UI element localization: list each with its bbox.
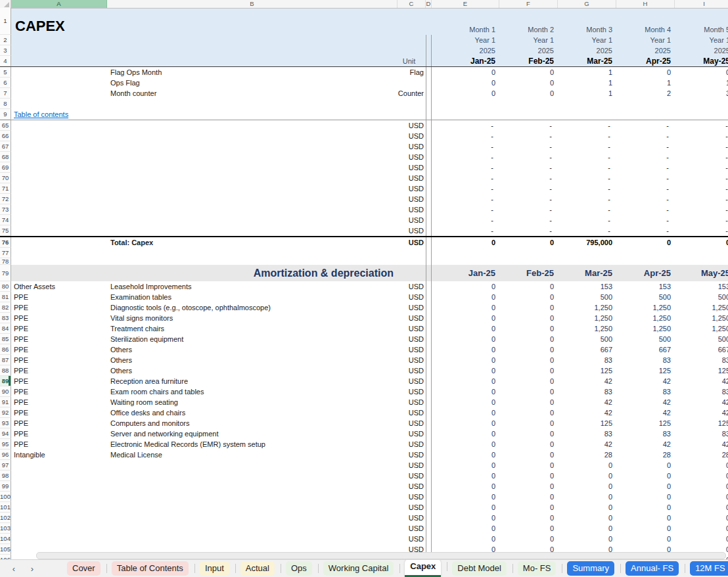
sheet-tab-actual[interactable]: Actual: [240, 561, 275, 576]
value-cell[interactable]: 0: [432, 302, 499, 313]
year-label[interactable]: Year 1: [558, 35, 616, 45]
value-cell[interactable]: 0: [499, 439, 558, 450]
section-date-label[interactable]: Jan-25: [432, 265, 499, 281]
label-cell[interactable]: Month counter: [107, 88, 398, 99]
category-cell[interactable]: [11, 471, 107, 481]
value-cell[interactable]: 0: [432, 78, 499, 88]
row-header-104[interactable]: 104: [0, 534, 11, 544]
value-cell[interactable]: 42: [558, 397, 616, 407]
label-cell[interactable]: Leasehold Improvements: [107, 281, 398, 292]
value-cell[interactable]: -: [675, 141, 728, 152]
value-cell[interactable]: 0: [558, 523, 616, 534]
column-header-c[interactable]: C: [398, 0, 426, 8]
category-cell[interactable]: PPE: [11, 292, 107, 302]
unit-cell[interactable]: USD: [398, 397, 426, 407]
cell[interactable]: [11, 237, 107, 248]
value-cell[interactable]: 500: [558, 334, 616, 344]
value-cell[interactable]: 83: [675, 355, 728, 365]
label-cell[interactable]: Computers and monitors: [107, 418, 398, 428]
row-header-92[interactable]: 92: [0, 407, 11, 418]
value-cell[interactable]: 1,250: [558, 302, 616, 313]
label-cell[interactable]: [107, 162, 398, 173]
value-cell[interactable]: 42: [616, 407, 675, 418]
value-cell[interactable]: -: [558, 120, 616, 131]
value-cell[interactable]: 0: [432, 450, 499, 460]
unit-cell[interactable]: [398, 78, 426, 88]
month-label[interactable]: Month 5: [675, 25, 728, 35]
value-cell[interactable]: -: [432, 173, 499, 183]
value-cell[interactable]: 83: [675, 428, 728, 439]
cell[interactable]: [11, 99, 107, 109]
label-cell[interactable]: [107, 120, 398, 131]
value-cell[interactable]: 42: [675, 407, 728, 418]
year-label[interactable]: Year 1: [499, 35, 558, 45]
value-cell[interactable]: -: [499, 204, 558, 215]
unit-cell[interactable]: USD: [398, 141, 426, 152]
cell[interactable]: [11, 248, 107, 258]
value-cell[interactable]: 500: [616, 334, 675, 344]
value-cell[interactable]: 0: [499, 513, 558, 523]
category-cell[interactable]: [11, 502, 107, 513]
value-cell[interactable]: 83: [558, 355, 616, 365]
unit-cell[interactable]: USD: [398, 204, 426, 215]
category-cell[interactable]: [11, 481, 107, 492]
unit-cell[interactable]: USD: [398, 292, 426, 302]
column-header-i[interactable]: I: [675, 0, 728, 8]
label-cell[interactable]: Server and networking equipment: [107, 428, 398, 439]
unit-cell[interactable]: USD: [398, 152, 426, 162]
value-cell[interactable]: 500: [675, 334, 728, 344]
row-header-97[interactable]: 97: [0, 460, 11, 471]
unit-cell[interactable]: USD: [398, 344, 426, 355]
total-value[interactable]: 0: [616, 237, 675, 248]
category-cell[interactable]: [11, 173, 107, 183]
value-cell[interactable]: 0: [675, 502, 728, 513]
value-cell[interactable]: 125: [616, 418, 675, 428]
value-cell[interactable]: 0: [499, 492, 558, 502]
total-value[interactable]: 0: [499, 237, 558, 248]
value-cell[interactable]: 2: [616, 88, 675, 99]
calendar-year-label[interactable]: 2025: [558, 45, 616, 56]
unit-cell[interactable]: USD: [398, 534, 426, 544]
unit-cell[interactable]: USD: [398, 323, 426, 334]
cell[interactable]: [107, 258, 398, 265]
unit-cell[interactable]: USD: [398, 439, 426, 450]
label-cell[interactable]: [107, 131, 398, 141]
label-cell[interactable]: Others: [107, 355, 398, 365]
category-cell[interactable]: PPE: [11, 302, 107, 313]
row-header-101[interactable]: 101: [0, 502, 11, 513]
value-cell[interactable]: -: [675, 162, 728, 173]
value-cell[interactable]: 0: [499, 313, 558, 323]
row-header-8[interactable]: 8: [0, 99, 11, 109]
row-header-4[interactable]: 4: [0, 56, 11, 66]
row-header-9[interactable]: 9: [0, 109, 11, 120]
year-label[interactable]: Year 1: [616, 35, 675, 45]
value-cell[interactable]: 0: [432, 513, 499, 523]
value-cell[interactable]: 0: [499, 365, 558, 376]
value-cell[interactable]: 0: [499, 67, 558, 78]
value-cell[interactable]: 0: [499, 534, 558, 544]
value-cell[interactable]: 0: [432, 523, 499, 534]
cell[interactable]: [107, 99, 398, 109]
section-date-label[interactable]: May-25: [675, 265, 728, 281]
label-cell[interactable]: [107, 460, 398, 471]
month-date-label[interactable]: Mar-25: [558, 56, 616, 66]
value-cell[interactable]: 42: [558, 439, 616, 450]
cell[interactable]: [107, 56, 398, 66]
category-cell[interactable]: [11, 204, 107, 215]
value-cell[interactable]: 0: [675, 471, 728, 481]
row-header-96[interactable]: 96: [0, 450, 11, 460]
value-cell[interactable]: 500: [675, 292, 728, 302]
row-header-81[interactable]: 81: [0, 292, 11, 302]
row-header-68[interactable]: 68: [0, 152, 11, 162]
category-cell[interactable]: PPE: [11, 397, 107, 407]
value-cell[interactable]: 0: [432, 355, 499, 365]
value-cell[interactable]: -: [432, 120, 499, 131]
unit-column-header[interactable]: Unit: [398, 56, 426, 66]
value-cell[interactable]: 1,250: [558, 313, 616, 323]
row-header-7[interactable]: 7: [0, 88, 11, 99]
cell[interactable]: Table of contents: [11, 109, 107, 120]
value-cell[interactable]: 125: [616, 365, 675, 376]
sheet-tab-working-capital[interactable]: Working Capital: [323, 561, 394, 576]
value-cell[interactable]: 83: [616, 386, 675, 397]
category-cell[interactable]: PPE: [11, 355, 107, 365]
